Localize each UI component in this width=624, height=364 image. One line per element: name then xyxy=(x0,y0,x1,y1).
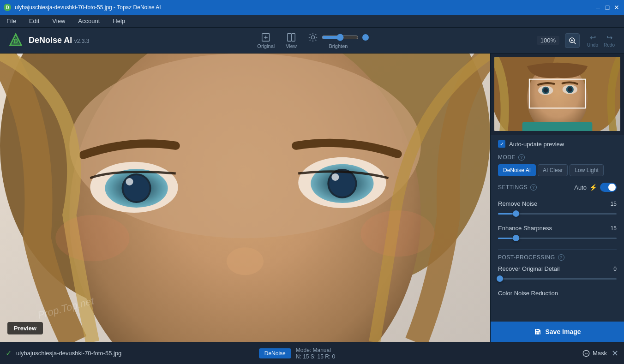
thumbnail-area xyxy=(491,54,624,135)
undo-icon: ↩ xyxy=(590,33,596,42)
auto-toggle[interactable] xyxy=(600,183,617,192)
view-label: View xyxy=(286,43,297,49)
auto-update-checkbox[interactable]: ✓ xyxy=(498,140,505,148)
file-name: ulybajuschiesja-devushki-70-foto-55.jpg xyxy=(16,350,254,357)
remove-noise-slider-container xyxy=(498,209,617,218)
mode-buttons: DeNoise AI AI Clear Low Light xyxy=(498,164,617,176)
header-right: 100% ↩ Undo ↪ Redo xyxy=(537,33,617,48)
title-bar-left: D ulybajuschiesja-devushki-70-foto-55.jp… xyxy=(4,4,161,11)
svg-point-29 xyxy=(126,178,133,185)
menu-edit[interactable]: Edit xyxy=(26,17,42,25)
svg-rect-5 xyxy=(288,33,291,41)
denoise-button[interactable]: DeNoise xyxy=(259,348,291,358)
recover-detail-label: Recover Original Detail xyxy=(498,265,560,272)
menu-help[interactable]: Help xyxy=(110,17,128,25)
svg-point-47 xyxy=(568,87,572,92)
enhance-sharpness-label-row: Enhance Sharpness 15 xyxy=(498,225,617,232)
auto-label: Auto xyxy=(574,184,587,191)
menu-bar: File Edit View Account Help xyxy=(0,15,624,28)
color-noise-label: Color Noise Reduction xyxy=(498,290,558,297)
enhance-sharpness-thumb xyxy=(513,235,519,241)
thumbnail-svg xyxy=(494,57,620,131)
settings-area: ✓ Auto-update preview Mode ? DeNoise AI … xyxy=(491,135,624,322)
canvas-area[interactable]: Prop.Top.net Preview xyxy=(0,54,490,342)
face-image xyxy=(0,54,490,342)
undo-redo-area: ↩ Undo ↪ Redo xyxy=(585,33,617,48)
bottom-combined: ✓ ulybajuschiesja-devushki-70-foto-55.jp… xyxy=(0,342,624,364)
brighten-slider-thumb xyxy=(362,34,369,41)
zoom-fit-button[interactable] xyxy=(565,33,580,48)
app-icon: D xyxy=(4,4,11,11)
close-button[interactable]: ✕ xyxy=(613,4,620,11)
save-icon xyxy=(534,328,541,335)
zoom-fit-icon xyxy=(568,36,576,45)
settings-help-icon[interactable]: ? xyxy=(530,184,537,191)
view-button[interactable]: View xyxy=(286,32,297,49)
redo-button[interactable]: ↪ Redo xyxy=(602,33,617,48)
svg-point-44 xyxy=(543,88,548,93)
mode-help-icon[interactable]: ? xyxy=(518,154,525,161)
svg-line-10 xyxy=(310,34,311,35)
brighten-controls xyxy=(308,32,369,42)
remove-noise-thumb xyxy=(513,210,519,217)
toggle-knob xyxy=(608,184,616,191)
app-title-area: DeNoise AI v2.3.3 xyxy=(29,36,90,45)
svg-line-14 xyxy=(310,40,311,41)
redo-icon: ↪ xyxy=(606,33,612,42)
app-name: DeNoise AI xyxy=(29,36,72,45)
original-icon xyxy=(261,32,271,42)
brighten-label: Brighten xyxy=(329,43,348,49)
undo-button[interactable]: ↩ Undo xyxy=(585,33,600,48)
save-image-label: Save Image xyxy=(545,328,581,335)
original-button[interactable]: Original xyxy=(257,32,275,49)
window-controls[interactable]: – □ ✕ xyxy=(594,4,620,11)
svg-rect-48 xyxy=(522,122,593,131)
enhance-sharpness-slider-container xyxy=(498,233,617,243)
mode-ai-clear[interactable]: AI Clear xyxy=(538,164,568,176)
mode-denoise-ai[interactable]: DeNoise AI xyxy=(498,164,536,176)
color-noise-row: Color Noise Reduction xyxy=(498,290,617,297)
post-processing-help-icon[interactable]: ? xyxy=(558,254,564,261)
post-processing-label: Post-Processing ? xyxy=(498,254,617,261)
svg-line-11 xyxy=(315,40,316,41)
svg-point-36 xyxy=(55,215,129,261)
recover-detail-label-row: Recover Original Detail 0 xyxy=(498,265,617,272)
auto-update-label: Auto-update preview xyxy=(509,141,564,148)
mode-low-light[interactable]: Low Light xyxy=(570,164,603,176)
mask-icon xyxy=(582,350,590,357)
recover-detail-slider-container xyxy=(498,274,617,283)
thumbnail-image[interactable] xyxy=(494,57,620,131)
preview-badge: Preview xyxy=(7,322,43,334)
svg-line-15 xyxy=(315,34,316,35)
mask-button[interactable]: Mask xyxy=(582,350,607,357)
brighten-area: Brighten xyxy=(308,32,369,49)
right-panel: ✓ Auto-update preview Mode ? DeNoise AI … xyxy=(490,54,624,342)
brighten-slider[interactable] xyxy=(322,34,359,41)
enhance-sharpness-label: Enhance Sharpness xyxy=(498,225,552,232)
menu-file[interactable]: File xyxy=(4,17,19,25)
menu-view[interactable]: View xyxy=(49,17,68,25)
svg-rect-6 xyxy=(292,33,295,41)
maximize-button[interactable]: □ xyxy=(604,4,611,11)
settings-header-row: Settings ? Auto ⚡ xyxy=(498,183,617,192)
svg-point-34 xyxy=(331,173,339,181)
title-bar: D ulybajuschiesja-devushki-70-foto-55.jp… xyxy=(0,0,624,15)
save-image-button[interactable]: Save Image xyxy=(491,322,624,342)
remove-noise-section: Remove Noise 15 xyxy=(498,200,617,218)
header-toolbar: Original View xyxy=(90,32,537,49)
remove-noise-value: 15 xyxy=(611,201,617,207)
original-label: Original xyxy=(257,43,275,49)
file-status-icon: ✓ xyxy=(6,349,12,358)
app-header: D DeNoise AI v2.3.3 Original View xyxy=(0,28,624,54)
main-content: Prop.Top.net Preview xyxy=(0,54,624,342)
mode-info: Mode: Manual N: 15 S: 15 R: 0 xyxy=(296,347,335,360)
zoom-level: 100% xyxy=(537,36,559,45)
enhance-sharpness-section: Enhance Sharpness 15 xyxy=(498,225,617,243)
undo-label: Undo xyxy=(587,42,598,48)
svg-point-37 xyxy=(360,210,434,257)
menu-account[interactable]: Account xyxy=(75,17,102,25)
lightning-icon: ⚡ xyxy=(589,184,597,191)
close-file-button[interactable]: ✕ xyxy=(612,348,618,358)
minimize-button[interactable]: – xyxy=(594,4,602,11)
redo-label: Redo xyxy=(604,42,615,48)
